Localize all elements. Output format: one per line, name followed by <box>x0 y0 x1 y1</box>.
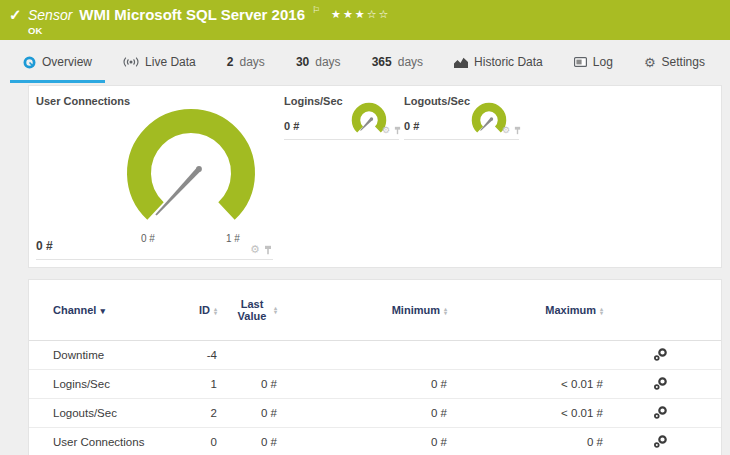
object-kind-label: Sensor <box>28 4 72 23</box>
column-header-id[interactable]: ID▴ ▾ <box>179 280 227 341</box>
channel-settings-icon[interactable] <box>653 434 668 449</box>
tab-live-data[interactable]: Live Data <box>110 44 209 83</box>
column-label: ID <box>199 304 210 316</box>
user-connections-gauge <box>116 103 266 238</box>
tab-number: 30 <box>296 55 309 69</box>
channel-name: User Connections <box>29 428 179 455</box>
column-label: Channel <box>53 304 96 316</box>
tab-label: Overview <box>42 55 92 69</box>
channel-name: Logins/Sec <box>29 370 179 399</box>
channel-id: 2 <box>179 399 227 428</box>
channel-minimum: 0 # <box>289 370 459 399</box>
gauge-icon <box>23 56 36 69</box>
channel-name: Downtime <box>29 341 179 370</box>
channel-settings-icon[interactable] <box>653 376 668 391</box>
channel-settings-icon[interactable] <box>653 405 668 420</box>
gauge-scale-min: 0 # <box>141 233 155 244</box>
column-header-minimum[interactable]: Minimum▴ ▾ <box>289 280 459 341</box>
channel-minimum: 0 # <box>289 428 459 455</box>
sensor-status-text: OK <box>28 25 42 36</box>
sort-icon: ▴ ▾ <box>444 307 447 315</box>
tab-label: days <box>315 55 340 69</box>
tab-number: 365 <box>372 55 392 69</box>
channel-name: Logouts/Sec <box>29 399 179 428</box>
sensor-status-header: ✓ Sensor WMI Microsoft SQL Server 2016 ⚐… <box>0 0 730 40</box>
column-label: Minimum <box>392 304 440 316</box>
sort-icon: ▴ ▾ <box>600 307 603 315</box>
channel-id: 0 <box>179 428 227 455</box>
column-header-channel[interactable]: Channel▾ <box>29 280 179 341</box>
historic-chart-icon <box>454 57 468 68</box>
channel-id: 1 <box>179 370 227 399</box>
table-row-downtime: Downtime -4 <box>29 341 721 370</box>
sort-desc-icon: ▾ <box>100 306 105 316</box>
table-row-logouts: Logouts/Sec 2 0 # 0 # < 0.01 # <box>29 399 721 428</box>
tab-label: Settings <box>662 55 705 69</box>
table-row-logins: Logins/Sec 1 0 # 0 # < 0.01 # <box>29 370 721 399</box>
tab-2-days[interactable]: 2 days <box>214 44 278 83</box>
channel-last-value: 0 # <box>227 370 289 399</box>
tab-365-days[interactable]: 365 days <box>359 44 436 83</box>
channel-maximum: < 0.01 # <box>459 399 615 428</box>
column-header-last-value[interactable]: Last Value▴ ▾ <box>227 280 289 341</box>
gauge-title-logins: Logins/Sec <box>284 95 343 107</box>
gear-icon: ⚙ <box>644 56 656 69</box>
tab-label: Historic Data <box>474 55 543 69</box>
tab-label: Log <box>593 55 613 69</box>
column-label: Last Value <box>234 298 270 322</box>
tab-overview[interactable]: Overview <box>10 44 105 83</box>
prtg-sensor-page: ✓ Sensor WMI Microsoft SQL Server 2016 ⚐… <box>0 0 730 455</box>
tab-log[interactable]: Log <box>561 44 626 83</box>
gear-icon[interactable]: ⚙ <box>502 126 510 135</box>
channel-settings-icon[interactable] <box>653 347 668 362</box>
tab-bar: Overview Live Data 2 days 30 days 365 da… <box>0 40 730 85</box>
column-header-maximum[interactable]: Maximum▴ ▾ <box>459 280 615 341</box>
pin-icon[interactable] <box>394 126 401 135</box>
tab-label: Live Data <box>145 55 196 69</box>
tab-settings[interactable]: ⚙ Settings <box>631 44 718 83</box>
pin-icon[interactable] <box>264 245 272 255</box>
flag-icon[interactable]: ⚐ <box>312 4 320 15</box>
channel-last-value: 0 # <box>227 399 289 428</box>
channel-maximum: 0 # <box>459 428 615 455</box>
log-icon <box>574 57 587 67</box>
tab-label: days <box>240 55 265 69</box>
sort-icon: ▴ ▾ <box>214 307 217 315</box>
gear-icon[interactable]: ⚙ <box>250 244 260 255</box>
channel-last-value: 0 # <box>227 428 289 455</box>
channel-id: -4 <box>179 341 227 370</box>
divider <box>284 139 399 140</box>
channel-minimum <box>289 341 459 370</box>
priority-stars[interactable]: ★★★☆☆ <box>331 4 390 21</box>
gauge-value-logins: 0 # <box>284 120 299 132</box>
gauge-value-user-connections: 0 # <box>36 239 53 253</box>
divider <box>404 139 519 140</box>
gauge-toolbar: ⚙ <box>250 244 272 255</box>
gauge-value-logouts: 0 # <box>404 120 419 132</box>
live-signal-icon <box>123 56 139 68</box>
gauges-panel: User Connections 0 # 1 # 0 # ⚙ Logins/Se… <box>28 85 722 268</box>
channel-last-value <box>227 341 289 370</box>
channel-maximum <box>459 341 615 370</box>
channel-maximum: < 0.01 # <box>459 370 615 399</box>
divider <box>36 259 273 260</box>
pin-icon[interactable] <box>514 126 521 135</box>
sensor-title: WMI Microsoft SQL Server 2016 <box>79 4 305 23</box>
tab-label: days <box>398 55 423 69</box>
tab-30-days[interactable]: 30 days <box>283 44 354 83</box>
channel-table-panel: Channel▾ ID▴ ▾ Last Value▴ ▾ Minimum▴ ▾ … <box>28 279 722 455</box>
gauge-toolbar: ⚙ <box>382 126 401 135</box>
channel-minimum: 0 # <box>289 399 459 428</box>
gauge-title-logouts: Logouts/Sec <box>404 95 470 107</box>
channel-table: Channel▾ ID▴ ▾ Last Value▴ ▾ Minimum▴ ▾ … <box>29 280 721 455</box>
column-label: Maximum <box>545 304 596 316</box>
gauge-scale-max: 1 # <box>226 233 240 244</box>
tab-historic-data[interactable]: Historic Data <box>441 44 556 83</box>
table-row-user-connections: User Connections 0 0 # 0 # 0 # <box>29 428 721 455</box>
gear-icon[interactable]: ⚙ <box>382 126 390 135</box>
gauge-toolbar: ⚙ <box>502 126 521 135</box>
sort-icon: ▴ ▾ <box>274 306 277 314</box>
tab-number: 2 <box>227 55 234 69</box>
table-header-row: Channel▾ ID▴ ▾ Last Value▴ ▾ Minimum▴ ▾ … <box>29 280 721 341</box>
status-check-icon: ✓ <box>9 6 22 24</box>
